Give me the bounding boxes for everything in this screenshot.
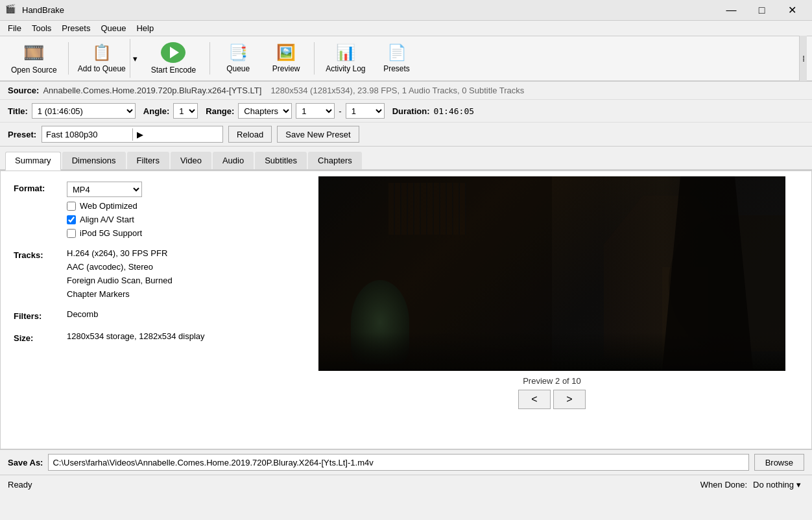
format-content: MP4 Web Optimized Align A/V Start iPod 5… <box>67 182 142 238</box>
size-content: 1280x534 storage, 1282x534 display <box>67 331 205 341</box>
activity-log-button[interactable]: 📊 Activity Log <box>320 39 371 78</box>
align-av-checkbox[interactable] <box>67 215 76 224</box>
queue-button[interactable]: 📑 Queue <box>215 39 261 78</box>
range-to-select[interactable]: 1 <box>346 103 385 119</box>
tab-dimensions[interactable]: Dimensions <box>62 152 126 169</box>
toolbar-separator-3 <box>314 42 315 75</box>
presets-label: Presets <box>383 64 410 73</box>
preview-panel: Preview 2 of 10 < > <box>293 171 811 449</box>
presets-button[interactable]: 📄 Presets <box>374 39 420 78</box>
save-as-label: Save As: <box>8 458 43 467</box>
toolbar-scrollbar[interactable]: ⁞ <box>799 36 807 81</box>
play-circle-icon <box>161 42 185 63</box>
source-filename: Annabelle.Comes.Home.2019.720p.BluRay.x2… <box>43 86 261 95</box>
tab-subtitles[interactable]: Subtitles <box>255 152 307 169</box>
preset-label: Preset: <box>8 130 36 139</box>
start-encode-label: Start Encode <box>151 65 196 75</box>
size-value: 1280x534 storage, 1282x534 display <box>67 331 205 341</box>
size-row: Size: 1280x534 storage, 1282x534 display <box>14 331 280 343</box>
preview-label: Preview <box>272 64 300 73</box>
menu-bar: File Tools Presets Queue Help <box>0 21 812 36</box>
menu-help[interactable]: Help <box>131 22 159 34</box>
tracks-row: Tracks: H.264 (x264), 30 FPS PFR AAC (av… <box>14 248 280 299</box>
menu-tools[interactable]: Tools <box>27 22 56 34</box>
tab-chapters[interactable]: Chapters <box>308 152 362 169</box>
range-from-select[interactable]: 1 <box>296 103 335 119</box>
preset-bar: Preset: Fast 1080p30 ▶ Reload Save New P… <box>0 123 812 147</box>
filters-label: Filters: <box>14 309 59 321</box>
source-meta: 1280x534 (1281x534), 23.98 FPS, 1 Audio … <box>270 86 524 95</box>
toolbar-separator-2 <box>209 42 210 75</box>
queue-add-icon: 📋 <box>92 43 112 62</box>
tab-filters[interactable]: Filters <box>127 152 169 169</box>
film-icon: 🎞️ <box>23 43 44 63</box>
main-content: Format: MP4 Web Optimized Align A/V Star… <box>0 171 812 449</box>
filters-content: Decomb <box>67 309 98 319</box>
align-av-label: Align A/V Start <box>80 215 134 224</box>
summary-panel: Format: MP4 Web Optimized Align A/V Star… <box>1 171 293 449</box>
toolbar-separator-1 <box>68 42 69 75</box>
preview-icon: 🖼️ <box>276 43 296 62</box>
source-info-bar: Source: Annabelle.Comes.Home.2019.720p.B… <box>0 82 812 100</box>
app-icon: 🎬 <box>5 4 18 17</box>
tab-summary[interactable]: Summary <box>5 152 61 171</box>
duration-label: Duration: <box>392 106 430 116</box>
preset-value: Fast 1080p30 <box>42 128 132 141</box>
status-bar: Ready When Done: Do nothing ▾ <box>0 475 812 494</box>
title-select[interactable]: 1 (01:46:05) <box>32 103 136 119</box>
track-3: Foreign Audio Scan, Burned <box>67 276 173 285</box>
when-done-arrow-icon: ▾ <box>796 480 801 490</box>
duration-value: 01:46:05 <box>433 106 474 116</box>
preview-prev-button[interactable]: < <box>518 390 551 409</box>
filters-row: Filters: Decomb <box>14 309 280 321</box>
align-av-row[interactable]: Align A/V Start <box>67 215 142 224</box>
range-label: Range: <box>206 106 234 116</box>
range-type-select[interactable]: Chapters <box>238 103 292 119</box>
tracks-label: Tracks: <box>14 248 59 260</box>
save-new-preset-button[interactable]: Save New Preset <box>277 126 359 143</box>
when-done-group: When Done: Do nothing ▾ <box>700 479 804 491</box>
source-label: Source: <box>8 86 39 95</box>
menu-presets[interactable]: Presets <box>56 22 95 34</box>
when-done-label: When Done: <box>700 480 747 490</box>
queue-icon: 📑 <box>228 43 248 62</box>
tab-audio[interactable]: Audio <box>213 152 254 169</box>
ipod-support-row[interactable]: iPod 5G Support <box>67 228 142 238</box>
add-to-queue-arrow[interactable]: ▾ <box>130 39 140 78</box>
start-encode-button[interactable]: Start Encode <box>143 39 204 78</box>
title-group: Title: 1 (01:46:05) <box>8 103 136 119</box>
title-bar: 🎬 HandBrake — □ ✕ <box>0 0 812 21</box>
web-optimized-checkbox[interactable] <box>67 202 76 211</box>
preset-selector[interactable]: Fast 1080p30 ▶ <box>42 126 223 143</box>
angle-select[interactable]: 1 <box>173 103 198 119</box>
range-dash: - <box>339 106 341 116</box>
save-as-bar: Save As: Browse <box>0 449 812 475</box>
when-done-select[interactable]: Do nothing ▾ <box>750 479 804 491</box>
queue-label: Queue <box>226 64 250 73</box>
format-label: Format: <box>14 182 59 193</box>
maximize-button[interactable]: □ <box>747 0 776 21</box>
menu-file[interactable]: File <box>3 22 27 34</box>
save-path-input[interactable] <box>48 454 748 471</box>
ipod-support-label: iPod 5G Support <box>80 228 142 238</box>
preview-next-button[interactable]: > <box>553 390 586 409</box>
when-done-value: Do nothing <box>753 480 794 490</box>
preview-caption: Preview 2 of 10 <box>523 376 581 386</box>
title-label: Title: <box>8 106 28 116</box>
web-optimized-row[interactable]: Web Optimized <box>67 201 142 211</box>
tab-video[interactable]: Video <box>171 152 211 169</box>
menu-queue[interactable]: Queue <box>95 22 131 34</box>
open-source-button[interactable]: 🎞️ Open Source <box>5 39 63 78</box>
presets-icon: 📄 <box>387 43 407 62</box>
browse-button[interactable]: Browse <box>754 454 804 471</box>
close-button[interactable]: ✕ <box>778 0 807 21</box>
preview-button[interactable]: 🖼️ Preview <box>263 39 309 78</box>
video-scene <box>318 176 785 371</box>
add-to-queue-button[interactable]: 📋 Add to Queue <box>74 39 130 78</box>
ipod-support-checkbox[interactable] <box>67 229 76 238</box>
reload-button[interactable]: Reload <box>228 126 272 143</box>
format-select[interactable]: MP4 <box>67 182 142 197</box>
minimize-button[interactable]: — <box>717 0 746 21</box>
preset-arrow-icon[interactable]: ▶ <box>132 128 223 141</box>
angle-label: Angle: <box>143 106 169 116</box>
